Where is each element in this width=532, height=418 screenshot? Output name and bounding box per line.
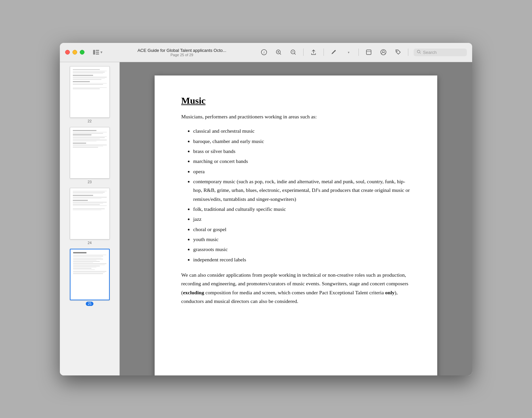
sidebar-panel[interactable]: 22 <box>60 62 120 375</box>
bullet-list: classical and orchestral music baroque, … <box>181 127 411 264</box>
thumbnail-page-22[interactable]: 22 <box>70 66 110 123</box>
minimize-button[interactable] <box>72 50 77 55</box>
svg-line-18 <box>420 53 421 54</box>
toolbar-separator-2 <box>324 49 324 56</box>
list-item: choral or gospel <box>193 225 411 234</box>
summary-bold-only: only <box>385 290 394 295</box>
app-window: ▾ ACE Guide for Global Talent applicants… <box>60 43 472 375</box>
doc-title: ACE Guide for Global Talent applicants O… <box>137 48 226 53</box>
search-icon <box>417 50 421 55</box>
toolbar-separator-3 <box>358 49 359 56</box>
svg-rect-1 <box>96 50 99 51</box>
summary-paragraph: We can also consider applications from p… <box>181 271 411 306</box>
svg-point-16 <box>397 51 398 52</box>
search-box[interactable]: Search <box>414 49 467 56</box>
thumb-23 <box>70 127 110 179</box>
list-item: contemporary music (such as pop, rock, i… <box>193 177 411 204</box>
thumbnail-page-25[interactable]: 25 <box>70 249 110 306</box>
annotate-icon[interactable] <box>329 48 338 57</box>
svg-point-15 <box>382 51 384 53</box>
list-item: classical and orchestral music <box>193 127 411 135</box>
svg-line-12 <box>295 54 296 55</box>
zoom-in-icon[interactable] <box>274 48 283 57</box>
thumbnail-page-23[interactable]: 23 <box>70 127 110 184</box>
svg-rect-13 <box>366 50 371 55</box>
share-icon[interactable] <box>309 48 318 57</box>
page-number-25: 25 <box>86 302 93 306</box>
list-item: opera <box>193 167 411 176</box>
document-view[interactable]: Music Musicians, performers and practiti… <box>120 62 472 375</box>
thumbnail-page-24[interactable]: 24 <box>70 188 110 245</box>
thumb-22 <box>70 66 110 118</box>
toolbar-separator-4 <box>408 49 408 56</box>
summary-bold-excluding: excluding <box>183 290 204 295</box>
svg-rect-2 <box>96 52 99 53</box>
tags-icon[interactable] <box>393 48 403 57</box>
search-placeholder: Search <box>423 50 437 55</box>
account-icon[interactable] <box>379 48 388 57</box>
svg-rect-0 <box>93 50 95 55</box>
list-item: brass or silver bands <box>193 147 411 156</box>
list-item: baroque, chamber and early music <box>193 137 411 146</box>
close-button[interactable] <box>65 50 70 55</box>
titlebar: ▾ ACE Guide for Global Talent applicants… <box>60 43 472 62</box>
page-number-24: 24 <box>87 241 91 245</box>
page-number-23: 23 <box>87 180 91 184</box>
svg-point-17 <box>417 50 420 53</box>
svg-line-9 <box>280 54 281 55</box>
intro-paragraph: Musicians, performers and practitioners … <box>181 113 411 121</box>
list-item: grassroots music <box>193 245 411 254</box>
doc-page: Page 25 of 29 <box>171 53 194 57</box>
thumb-24 <box>70 188 110 239</box>
doc-info: ACE Guide for Global Talent applicants O… <box>108 48 255 57</box>
section-title: Music <box>181 95 411 106</box>
window-icon[interactable] <box>364 48 373 57</box>
traffic-lights <box>65 50 84 55</box>
pen-options-icon[interactable]: ▾ <box>344 48 353 57</box>
fullscreen-button[interactable] <box>80 50 84 55</box>
sidebar-toggle-button[interactable]: ▾ <box>91 49 104 56</box>
main-area: 22 <box>60 62 472 375</box>
summary-text-part2: composition for media and screen, which … <box>204 290 385 295</box>
info-icon[interactable]: i <box>259 48 269 57</box>
list-item: marching or concert bands <box>193 157 411 166</box>
svg-text:i: i <box>263 50 264 54</box>
list-item: independent record labels <box>193 255 411 264</box>
toolbar-actions: i <box>259 48 467 57</box>
page-number-22: 22 <box>87 119 91 123</box>
list-item: youth music <box>193 235 411 244</box>
page-25-content: Music Musicians, performers and practiti… <box>155 75 437 375</box>
list-item: jazz <box>193 215 411 223</box>
toolbar-separator-1 <box>303 49 304 56</box>
zoom-out-icon[interactable] <box>289 48 298 57</box>
thumb-25 <box>70 249 110 300</box>
svg-rect-3 <box>96 54 99 55</box>
list-item: folk, traditional and culturally specifi… <box>193 205 411 213</box>
